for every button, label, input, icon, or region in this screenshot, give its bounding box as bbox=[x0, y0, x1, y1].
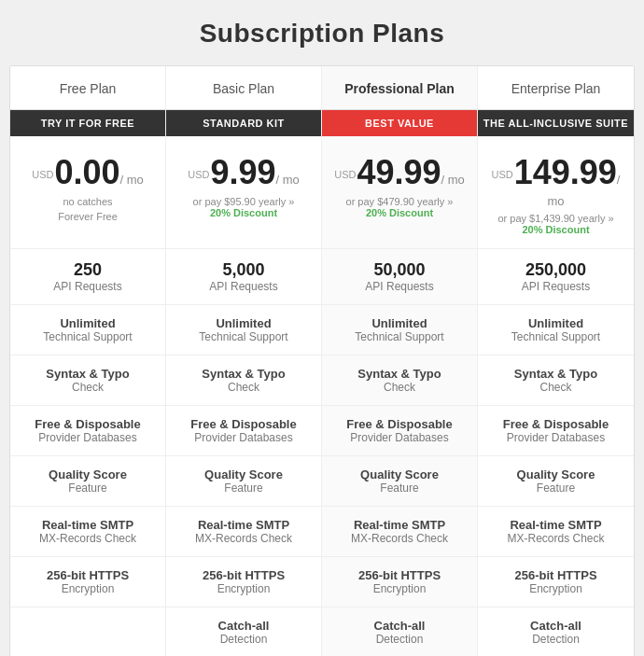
support-row: Unlimited Technical Support Unlimited Te… bbox=[10, 305, 634, 356]
price-free: USD0.00/ mo no catches Forever Free bbox=[10, 136, 166, 249]
smtp-pro: Real-time SMTP MX-Records Check bbox=[322, 507, 478, 557]
api-requests-row: 250 API Requests 5,000 API Requests 50,0… bbox=[10, 249, 634, 305]
price-basic: USD9.99/ mo or pay $95.90 yearly » 20% D… bbox=[166, 136, 322, 249]
page-wrapper: Subscription Plans Free Plan Basic Plan … bbox=[9, 19, 635, 656]
plan-header-pro: Professional Plan bbox=[322, 66, 478, 110]
plan-header-free: Free Plan bbox=[10, 66, 166, 110]
syntax-free: Syntax & Typo Check bbox=[10, 356, 166, 406]
https-free: 256-bit HTTPS Encryption bbox=[10, 557, 166, 607]
support-pro: Unlimited Technical Support bbox=[322, 305, 478, 356]
provider-free: Free & Disposable Provider Databases bbox=[10, 406, 166, 456]
api-enterprise: 250,000 API Requests bbox=[478, 249, 634, 305]
https-basic: 256-bit HTTPS Encryption bbox=[166, 557, 322, 607]
provider-basic: Free & Disposable Provider Databases bbox=[166, 406, 322, 456]
plan-header-enterprise: Enterprise Plan bbox=[478, 66, 634, 110]
syntax-basic: Syntax & Typo Check bbox=[166, 356, 322, 406]
catchall-basic: Catch-all Detection bbox=[166, 607, 322, 656]
syntax-pro: Syntax & Typo Check bbox=[322, 356, 478, 406]
catchall-free bbox=[10, 607, 166, 656]
provider-row: Free & Disposable Provider Databases Fre… bbox=[10, 406, 634, 456]
price-row: USD0.00/ mo no catches Forever Free USD9… bbox=[10, 136, 634, 249]
support-enterprise: Unlimited Technical Support bbox=[478, 305, 634, 356]
price-pro: USD49.99/ mo or pay $479.90 yearly » 20%… bbox=[322, 136, 478, 249]
catchall-row: Catch-all Detection Catch-all Detection … bbox=[10, 607, 634, 656]
smtp-row: Real-time SMTP MX-Records Check Real-tim… bbox=[10, 507, 634, 557]
catchall-enterprise: Catch-all Detection bbox=[478, 607, 634, 656]
quality-pro: Quality Score Feature bbox=[322, 456, 478, 507]
badge-pro: BEST VALUE bbox=[322, 110, 478, 136]
api-free: 250 API Requests bbox=[10, 249, 166, 305]
plan-header-basic: Basic Plan bbox=[166, 66, 322, 110]
quality-basic: Quality Score Feature bbox=[166, 456, 322, 507]
quality-enterprise: Quality Score Feature bbox=[478, 456, 634, 507]
https-row: 256-bit HTTPS Encryption 256-bit HTTPS E… bbox=[10, 557, 634, 607]
badge-row: TRY IT FOR FREE STANDARD KIT BEST VALUE … bbox=[10, 110, 634, 136]
smtp-enterprise: Real-time SMTP MX-Records Check bbox=[478, 507, 634, 557]
syntax-enterprise: Syntax & Typo Check bbox=[478, 356, 634, 406]
smtp-free: Real-time SMTP MX-Records Check bbox=[10, 507, 166, 557]
page-title: Subscription Plans bbox=[9, 19, 635, 49]
badge-basic: STANDARD KIT bbox=[166, 110, 322, 136]
catchall-pro: Catch-all Detection bbox=[322, 607, 478, 656]
smtp-basic: Real-time SMTP MX-Records Check bbox=[166, 507, 322, 557]
api-basic: 5,000 API Requests bbox=[166, 249, 322, 305]
badge-free: TRY IT FOR FREE bbox=[10, 110, 166, 136]
plans-header-row: Free Plan Basic Plan Professional Plan E… bbox=[10, 66, 634, 110]
plans-table: Free Plan Basic Plan Professional Plan E… bbox=[9, 65, 635, 656]
quality-row: Quality Score Feature Quality Score Feat… bbox=[10, 456, 634, 507]
https-enterprise: 256-bit HTTPS Encryption bbox=[478, 557, 634, 607]
quality-free: Quality Score Feature bbox=[10, 456, 166, 507]
support-free: Unlimited Technical Support bbox=[10, 305, 166, 356]
api-pro: 50,000 API Requests bbox=[322, 249, 478, 305]
https-pro: 256-bit HTTPS Encryption bbox=[322, 557, 478, 607]
badge-enterprise: THE ALL-INCLUSIVE SUITE bbox=[478, 110, 634, 136]
provider-pro: Free & Disposable Provider Databases bbox=[322, 406, 478, 456]
price-enterprise: USD149.99/ mo or pay $1,439.90 yearly » … bbox=[478, 136, 634, 249]
provider-enterprise: Free & Disposable Provider Databases bbox=[478, 406, 634, 456]
support-basic: Unlimited Technical Support bbox=[166, 305, 322, 356]
syntax-row: Syntax & Typo Check Syntax & Typo Check … bbox=[10, 356, 634, 406]
